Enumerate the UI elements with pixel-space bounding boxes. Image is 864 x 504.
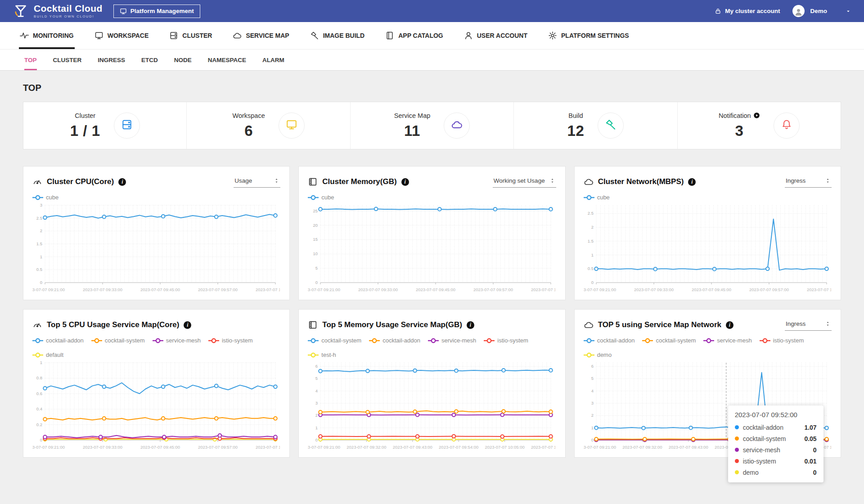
legend-item-istio-system[interactable]: istio-system	[760, 337, 804, 344]
series-color-dot	[735, 425, 739, 429]
chart-plot[interactable]: 05101520252023-07-07 09:21:002023-07-07 …	[308, 202, 555, 294]
chart-card-3: Top 5 CPU Usage Service Map(Core)icockta…	[23, 309, 290, 458]
gauge-icon	[32, 177, 42, 187]
legend-item-service-mesh[interactable]: service-mesh	[703, 337, 752, 344]
subnav-item-ingress[interactable]: INGRESS	[98, 50, 125, 70]
legend-item-test-h[interactable]: test-h	[308, 351, 336, 358]
chart-plot[interactable]: 00.20.40.60.812023-07-07 09:21:002023-07…	[32, 359, 280, 452]
legend-item-cube[interactable]: cube	[584, 194, 610, 201]
chart-metric-select-value: Usage	[234, 177, 252, 184]
my-cluster-account-link[interactable]: My cluster account	[715, 8, 780, 14]
nav-item-cluster[interactable]: CLUSTER	[169, 22, 212, 49]
svg-text:2023-07-07 09:32:00: 2023-07-07 09:32:00	[622, 445, 662, 450]
legend-label: cocktail-addon	[46, 337, 84, 344]
info-icon[interactable]: i	[118, 178, 126, 186]
legend-marker-icon	[584, 352, 594, 358]
chart-metric-select[interactable]: Usage	[234, 176, 280, 188]
monitor-icon	[94, 31, 104, 40]
subnav-item-node[interactable]: NODE	[174, 50, 192, 70]
subnav-item-label: ALARM	[262, 57, 284, 63]
chart-card-0: Cluster CPU(Core)iUsagecube00.511.522.53…	[23, 166, 290, 300]
subnav-item-top[interactable]: TOP	[24, 50, 37, 70]
info-icon[interactable]: i	[688, 178, 696, 186]
chart-plot[interactable]: 00.511.522.52023-07-07 09:21:002023-07-0…	[584, 202, 831, 294]
legend-item-cocktail-addon[interactable]: cocktail-addon	[584, 337, 635, 344]
subnav-item-cluster[interactable]: CLUSTER	[53, 50, 82, 70]
nav-item-service-map[interactable]: SERVICE MAP	[233, 22, 289, 49]
subnav-item-etcd[interactable]: ETCD	[141, 50, 158, 70]
nav-item-app-catalog[interactable]: APP CATALOG	[385, 22, 443, 49]
subnav-item-label: NODE	[174, 57, 192, 63]
svg-text:2023-07-07 09:33:00: 2023-07-07 09:33:00	[83, 445, 122, 450]
chart-metric-select[interactable]: Ingress	[785, 319, 832, 331]
chart-legend: cube	[308, 194, 556, 201]
chart-legend: cocktail-addoncocktail-systemservice-mes…	[32, 337, 280, 358]
legend-item-istio-system[interactable]: istio-system	[208, 337, 253, 344]
subnav-item-label: NAMESPACE	[208, 57, 246, 63]
stat-value: 11	[394, 122, 431, 140]
legend-item-cocktail-system[interactable]: cocktail-system	[642, 337, 696, 344]
svg-text:0: 0	[40, 437, 42, 442]
nav-item-label: WORKSPACE	[108, 32, 149, 39]
chart-legend: cube	[32, 194, 280, 201]
subnav-item-namespace[interactable]: NAMESPACE	[208, 50, 246, 70]
legend-item-demo[interactable]: demo	[584, 351, 612, 358]
legend-item-cocktail-addon[interactable]: cocktail-addon	[369, 337, 420, 344]
chart-metric-select[interactable]: Ingress	[785, 176, 832, 188]
legend-item-istio-system[interactable]: istio-system	[484, 337, 528, 344]
legend-item-cocktail-system[interactable]: cocktail-system	[308, 337, 361, 344]
subnav-item-alarm[interactable]: ALARM	[262, 50, 284, 70]
subnav-item-label: TOP	[24, 57, 37, 63]
info-icon[interactable]: i	[467, 321, 474, 329]
legend-item-cocktail-system[interactable]: cocktail-system	[91, 337, 145, 344]
notification-more-icon[interactable]	[753, 112, 760, 119]
legend-item-cocktail-addon[interactable]: cocktail-addon	[32, 337, 84, 344]
legend-marker-icon	[760, 338, 770, 343]
svg-text:2023-07-07 09:21:00: 2023-07-07 09:21:00	[32, 287, 65, 292]
stat-label: Notification	[719, 112, 751, 119]
nav-item-label: MONITORING	[33, 32, 74, 39]
legend-item-cube[interactable]: cube	[308, 194, 334, 201]
info-icon[interactable]: i	[726, 321, 734, 329]
sort-updown-icon	[549, 178, 555, 184]
info-icon[interactable]: i	[401, 178, 409, 186]
svg-text:1: 1	[40, 254, 42, 259]
svg-text:2023-07-07 10:09:00: 2023-07-07 10:09:00	[256, 287, 280, 292]
platform-management-badge[interactable]: Platform Management	[113, 4, 200, 18]
cloud-icon	[584, 320, 594, 330]
avatar[interactable]	[792, 5, 805, 17]
chart-metric-select[interactable]: Working set Usage	[493, 176, 556, 188]
svg-text:0.5: 0.5	[587, 266, 593, 271]
tooltip-timestamp: 2023-07-07 09:52:00	[735, 411, 817, 418]
legend-marker-icon	[584, 338, 594, 343]
monitor-icon	[120, 8, 127, 15]
nav-item-user-account[interactable]: USER ACCOUNT	[464, 22, 527, 49]
legend-item-default[interactable]: default	[32, 351, 63, 358]
chart-legend: cocktail-addoncocktail-systemservice-mes…	[584, 337, 832, 358]
info-icon[interactable]: i	[184, 321, 191, 329]
user-name[interactable]: Demo	[810, 8, 827, 14]
legend-item-service-mesh[interactable]: service-mesh	[428, 337, 476, 344]
legend-item-cube[interactable]: cube	[32, 194, 58, 201]
chart-plot[interactable]: 00.511.522.532023-07-07 09:21:002023-07-…	[32, 202, 280, 294]
nav-item-label: PLATFORM SETTINGS	[561, 32, 629, 39]
svg-text:2023-07-07 09:43:00: 2023-07-07 09:43:00	[393, 445, 432, 450]
svg-text:10: 10	[313, 251, 318, 256]
chart-title: TOP 5 using Service Map Network	[598, 320, 721, 329]
hammer-icon	[605, 119, 616, 130]
chart-plot[interactable]: 01234562023-07-07 09:21:002023-07-07 09:…	[308, 359, 555, 452]
tooltip-series-value: 0	[813, 469, 817, 476]
nav-item-platform-settings[interactable]: PLATFORM SETTINGS	[548, 22, 629, 49]
catalog-icon	[385, 31, 394, 40]
chevron-down-icon[interactable]	[845, 8, 851, 14]
tooltip-series-label: service-mesh	[743, 446, 780, 454]
legend-marker-icon	[369, 338, 380, 343]
legend-item-service-mesh[interactable]: service-mesh	[153, 337, 201, 344]
cocktail-glass-icon	[13, 3, 29, 19]
nav-item-image-build[interactable]: IMAGE BUILD	[310, 22, 365, 49]
app-logo[interactable]: Cocktail Cloud BUILD YOUR OWN CLOUD!	[13, 3, 103, 19]
nav-item-workspace[interactable]: WORKSPACE	[94, 22, 149, 49]
nav-item-monitoring[interactable]: MONITORING	[20, 22, 74, 49]
tooltip-row: demo0	[735, 467, 817, 478]
stat-icon-circle	[774, 112, 800, 139]
